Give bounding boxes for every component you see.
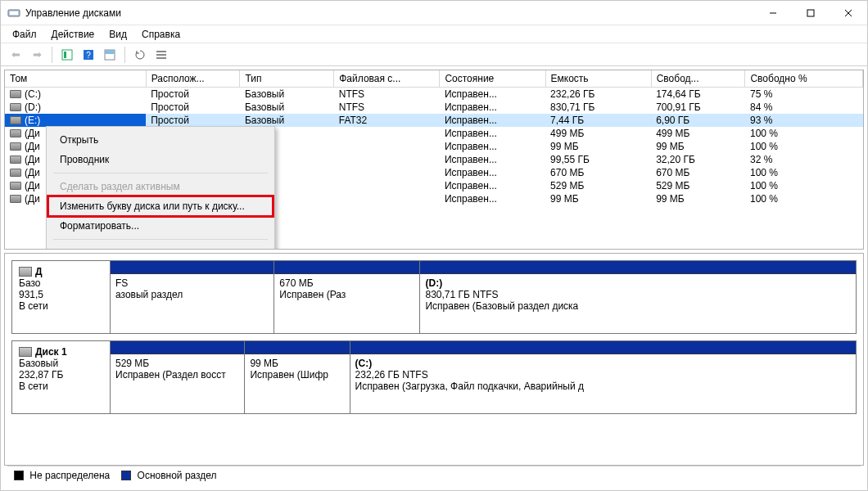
show-hide-tree-button[interactable] [57, 46, 77, 64]
close-button[interactable] [830, 1, 867, 25]
svg-rect-13 [156, 54, 166, 56]
titlebar: Управление дисками [1, 1, 867, 25]
table-row[interactable]: (C:)ПростойБазовыйNTFSИсправен...232,26 … [5, 88, 863, 101]
col-layout[interactable]: Располож... [146, 70, 240, 88]
cell: 100 % [745, 192, 863, 205]
context-menu-item: Сделать раздел активным [48, 177, 273, 196]
cell: 670 МБ [651, 166, 745, 179]
cell: 100 % [745, 140, 863, 153]
partition-line2: Исправен (Шифр [250, 369, 344, 381]
partition-line1: 830,71 ГБ NTFS [425, 289, 851, 300]
minimize-button[interactable] [754, 1, 792, 25]
cell: Исправен... [440, 179, 545, 192]
col-free[interactable]: Свобод... [651, 70, 745, 88]
partition-body: 670 МБИсправен (Раз [274, 274, 419, 304]
maximize-button[interactable] [792, 1, 830, 25]
refresh-button[interactable] [130, 46, 150, 64]
partition[interactable]: (D:)830,71 ГБ NTFSИсправен (Базовый разд… [420, 261, 856, 333]
cell: 75 % [745, 88, 863, 101]
col-cap[interactable]: Емкость [545, 70, 651, 88]
disk-icon [19, 267, 32, 277]
svg-rect-12 [156, 51, 166, 52]
context-menu: ОткрытьПроводникСделать раздел активнымИ… [46, 126, 275, 250]
partition-bar [245, 341, 349, 354]
svg-rect-1 [10, 11, 18, 15]
cell: Исправен... [440, 88, 545, 101]
drive-icon [10, 116, 21, 124]
partition[interactable]: FSазовый раздел [111, 261, 274, 333]
menu-help[interactable]: Справка [135, 27, 187, 42]
disk-header[interactable]: ДБазо931,5В сети [12, 261, 111, 333]
col-type[interactable]: Тип [240, 70, 334, 88]
partition-body: (C:)232,26 ГБ NTFSИсправен (Загрузка, Фа… [350, 354, 856, 395]
cell: (D:) [5, 101, 146, 114]
context-menu-item[interactable]: Изменить букву диска или путь к диску... [48, 196, 273, 216]
col-fs[interactable]: Файловая с... [334, 70, 440, 88]
list-view-button[interactable] [151, 46, 171, 64]
context-menu-item[interactable]: Открыть [48, 130, 273, 150]
cell: 32 % [745, 153, 863, 166]
disk-block: ДБазо931,5В сетиFSазовый раздел670 МБИсп… [11, 260, 857, 334]
legend-primary-label: Основной раздел [138, 470, 217, 481]
menu-file[interactable]: Файл [6, 27, 43, 42]
back-button[interactable]: ⬅ [6, 46, 25, 64]
cell [334, 166, 440, 179]
cell: FAT32 [334, 114, 440, 127]
forward-button[interactable]: ➡ [27, 46, 47, 64]
partition-title: (D:) [425, 277, 851, 289]
cell: 830,71 ГБ [545, 101, 651, 114]
partition-bar [420, 261, 856, 274]
cell: 99 МБ [651, 192, 745, 205]
cell [334, 179, 440, 192]
context-menu-item[interactable]: Форматировать... [48, 216, 273, 236]
legend-unallocated: Не распределена [14, 470, 110, 481]
disk-block: Диск 1Базовый232,87 ГБВ сети529 МБИсправ… [11, 340, 857, 414]
partition-line2: Исправен (Раз [279, 289, 414, 300]
volume-list-pane: Том Располож... Тип Файловая с... Состоя… [4, 70, 864, 250]
window-controls [754, 1, 867, 25]
disk-header[interactable]: Диск 1Базовый232,87 ГБВ сети [12, 341, 111, 413]
cell: (E:) [5, 114, 146, 127]
partition[interactable]: 529 МБИсправен (Раздел восст [111, 341, 245, 413]
disk-name: Д [35, 266, 43, 277]
svg-rect-11 [105, 50, 115, 54]
cell: 99 МБ [651, 140, 745, 153]
drive-icon [10, 90, 21, 98]
svg-text:?: ? [86, 51, 91, 60]
disk-icon [19, 347, 32, 357]
menu-view[interactable]: Вид [102, 27, 133, 42]
cell: Базовый [240, 88, 334, 101]
view-top-button[interactable] [100, 46, 120, 64]
svg-rect-3 [807, 10, 814, 16]
col-freepct[interactable]: Свободно % [745, 70, 863, 88]
app-icon [7, 7, 20, 20]
cell: 7,44 ГБ [545, 114, 651, 127]
context-menu-item[interactable]: Проводник [48, 150, 273, 169]
partition[interactable]: (C:)232,26 ГБ NTFSИсправен (Загрузка, Фа… [350, 341, 856, 413]
col-volume[interactable]: Том [5, 70, 146, 88]
partition-line1: 99 МБ [250, 358, 344, 369]
window-title: Управление дисками [25, 7, 754, 19]
table-row[interactable]: (E:)ПростойБазовыйFAT32Исправен...7,44 Г… [5, 114, 863, 127]
help-button[interactable]: ? [79, 46, 98, 64]
cell: 529 МБ [651, 179, 745, 192]
partition-bar [111, 261, 274, 274]
partition-bar [350, 341, 856, 354]
cell [334, 192, 440, 205]
legend-unallocated-label: Не распределена [29, 470, 110, 481]
col-status[interactable]: Состояние [440, 70, 545, 88]
partitions: FSазовый раздел670 МБИсправен (Раз(D:)83… [111, 261, 856, 333]
cell: 529 МБ [545, 179, 651, 192]
cell: Исправен... [440, 127, 545, 140]
table-row[interactable]: (D:)ПростойБазовыйNTFSИсправен...830,71 … [5, 101, 863, 114]
partition[interactable]: 670 МБИсправен (Раз [274, 261, 420, 333]
cell: 99,55 ГБ [545, 153, 651, 166]
partition-line2: азовый раздел [115, 289, 269, 300]
partition[interactable]: 99 МБИсправен (Шифр [245, 341, 350, 413]
primary-swatch-icon [121, 471, 131, 480]
legend-bar: Не распределена Основной раздел [7, 466, 861, 484]
disk-type: Базовый [19, 358, 103, 369]
menu-action[interactable]: Действие [45, 27, 102, 42]
menubar: Файл Действие Вид Справка [1, 25, 867, 43]
partition-body: (D:)830,71 ГБ NTFSИсправен (Базовый разд… [420, 274, 856, 315]
